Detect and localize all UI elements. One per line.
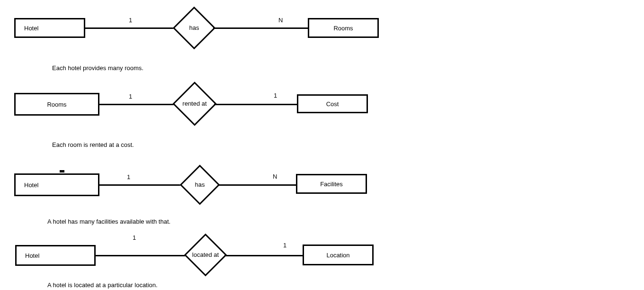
cardinality-label: 1 bbox=[274, 92, 277, 99]
edge-hotel-located bbox=[96, 255, 187, 256]
edge-rented-cost bbox=[214, 104, 297, 105]
edge-rooms-rented bbox=[99, 104, 175, 105]
cardinality-label: 1 bbox=[129, 93, 132, 100]
entity-facilites: Facilites bbox=[296, 174, 367, 194]
entity-label: Location bbox=[326, 252, 349, 259]
caption-row-3: A hotel has many facilities available wi… bbox=[47, 218, 170, 225]
entity-rooms-1: Rooms bbox=[308, 18, 379, 38]
stray-mark bbox=[60, 170, 64, 172]
entity-hotel-1: Hotel bbox=[14, 18, 85, 38]
relationship-rented-at: rented at bbox=[179, 88, 210, 119]
entity-location: Location bbox=[303, 245, 374, 265]
entity-hotel-4: Hotel bbox=[15, 245, 96, 266]
caption-row-2: Each room is rented at a cost. bbox=[52, 141, 134, 148]
entity-rooms-2: Rooms bbox=[14, 93, 99, 116]
cardinality-label: 1 bbox=[129, 17, 132, 24]
cardinality-label: 1 bbox=[283, 242, 286, 249]
relationship-label: rented at bbox=[170, 88, 220, 119]
cardinality-label: 1 bbox=[133, 234, 136, 241]
entity-label: Hotel bbox=[25, 252, 39, 259]
edge-hotel-has-facilites bbox=[99, 184, 182, 186]
relationship-label: located at bbox=[181, 240, 230, 270]
cardinality-label: N bbox=[273, 173, 277, 180]
relationship-located-at: located at bbox=[190, 240, 221, 270]
entity-cost: Cost bbox=[297, 94, 368, 113]
relationship-label: has bbox=[176, 171, 224, 199]
edge-has-rooms bbox=[213, 27, 308, 29]
entity-hotel-3: Hotel bbox=[14, 173, 99, 196]
entity-label: Rooms bbox=[47, 101, 66, 108]
relationship-label: has bbox=[170, 13, 219, 43]
caption-row-4: A hotel is located at a particular locat… bbox=[47, 281, 158, 289]
entity-label: Hotel bbox=[24, 25, 38, 32]
cardinality-label: 1 bbox=[127, 173, 130, 181]
edge-located-location bbox=[224, 255, 303, 256]
caption-row-1: Each hotel provides many rooms. bbox=[52, 64, 143, 72]
edge-has-facilites bbox=[218, 184, 296, 186]
entity-label: Hotel bbox=[24, 181, 38, 189]
relationship-has-2: has bbox=[186, 171, 214, 199]
entity-label: Cost bbox=[326, 100, 339, 108]
cardinality-label: N bbox=[278, 17, 283, 24]
edge-hotel-has bbox=[85, 27, 175, 29]
entity-label: Rooms bbox=[333, 25, 353, 32]
er-diagram-canvas: Hotel 1 has N Rooms Each hotel provides … bbox=[0, 0, 644, 290]
relationship-has-1: has bbox=[179, 13, 209, 43]
entity-label: Facilites bbox=[320, 181, 343, 188]
